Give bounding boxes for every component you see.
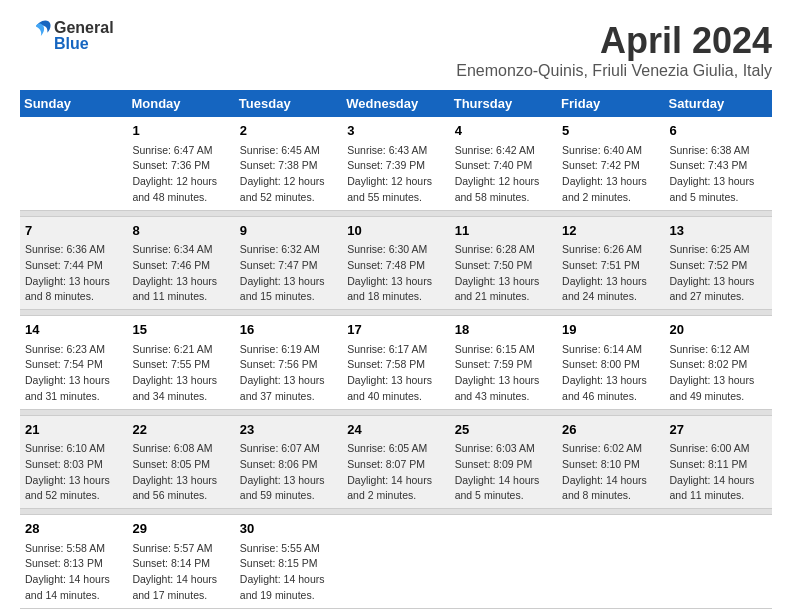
cell-info: Sunrise: 6:25 AMSunset: 7:52 PMDaylight:…: [670, 242, 767, 305]
day-number: 22: [132, 420, 229, 440]
calendar-cell: 9Sunrise: 6:32 AMSunset: 7:47 PMDaylight…: [235, 216, 342, 310]
cell-info: Sunrise: 6:12 AMSunset: 8:02 PMDaylight:…: [670, 342, 767, 405]
calendar-cell: 1Sunrise: 6:47 AMSunset: 7:36 PMDaylight…: [127, 117, 234, 210]
page-header: General Blue April 2024 Enemonzo-Quinis,…: [20, 20, 772, 80]
cell-info: Sunrise: 6:28 AMSunset: 7:50 PMDaylight:…: [455, 242, 552, 305]
cell-info: Sunrise: 6:38 AMSunset: 7:43 PMDaylight:…: [670, 143, 767, 206]
col-header-monday: Monday: [127, 90, 234, 117]
cell-info: Sunrise: 6:21 AMSunset: 7:55 PMDaylight:…: [132, 342, 229, 405]
calendar-cell: 12Sunrise: 6:26 AMSunset: 7:51 PMDayligh…: [557, 216, 664, 310]
calendar-cell: [665, 515, 772, 609]
cell-info: Sunrise: 5:57 AMSunset: 8:14 PMDaylight:…: [132, 541, 229, 604]
day-number: 7: [25, 221, 122, 241]
cell-info: Sunrise: 6:47 AMSunset: 7:36 PMDaylight:…: [132, 143, 229, 206]
calendar-cell: 30Sunrise: 5:55 AMSunset: 8:15 PMDayligh…: [235, 515, 342, 609]
cell-info: Sunrise: 5:55 AMSunset: 8:15 PMDaylight:…: [240, 541, 337, 604]
day-number: 12: [562, 221, 659, 241]
calendar-cell: 18Sunrise: 6:15 AMSunset: 7:59 PMDayligh…: [450, 316, 557, 410]
calendar-cell: 13Sunrise: 6:25 AMSunset: 7:52 PMDayligh…: [665, 216, 772, 310]
cell-info: Sunrise: 5:58 AMSunset: 8:13 PMDaylight:…: [25, 541, 122, 604]
calendar-cell: 19Sunrise: 6:14 AMSunset: 8:00 PMDayligh…: [557, 316, 664, 410]
calendar-cell: 26Sunrise: 6:02 AMSunset: 8:10 PMDayligh…: [557, 415, 664, 509]
calendar-cell: 25Sunrise: 6:03 AMSunset: 8:09 PMDayligh…: [450, 415, 557, 509]
calendar-cell: 22Sunrise: 6:08 AMSunset: 8:05 PMDayligh…: [127, 415, 234, 509]
calendar-cell: 2Sunrise: 6:45 AMSunset: 7:38 PMDaylight…: [235, 117, 342, 210]
calendar-cell: 4Sunrise: 6:42 AMSunset: 7:40 PMDaylight…: [450, 117, 557, 210]
cell-info: Sunrise: 6:03 AMSunset: 8:09 PMDaylight:…: [455, 441, 552, 504]
day-number: 23: [240, 420, 337, 440]
cell-info: Sunrise: 6:32 AMSunset: 7:47 PMDaylight:…: [240, 242, 337, 305]
day-number: 18: [455, 320, 552, 340]
cell-info: Sunrise: 6:40 AMSunset: 7:42 PMDaylight:…: [562, 143, 659, 206]
calendar-cell: 8Sunrise: 6:34 AMSunset: 7:46 PMDaylight…: [127, 216, 234, 310]
calendar-cell: 10Sunrise: 6:30 AMSunset: 7:48 PMDayligh…: [342, 216, 449, 310]
calendar-cell: [342, 515, 449, 609]
day-number: 21: [25, 420, 122, 440]
day-number: 30: [240, 519, 337, 539]
calendar-cell: 23Sunrise: 6:07 AMSunset: 8:06 PMDayligh…: [235, 415, 342, 509]
cell-info: Sunrise: 6:08 AMSunset: 8:05 PMDaylight:…: [132, 441, 229, 504]
day-number: 9: [240, 221, 337, 241]
cell-info: Sunrise: 6:45 AMSunset: 7:38 PMDaylight:…: [240, 143, 337, 206]
day-number: 19: [562, 320, 659, 340]
calendar-cell: 14Sunrise: 6:23 AMSunset: 7:54 PMDayligh…: [20, 316, 127, 410]
cell-info: Sunrise: 6:34 AMSunset: 7:46 PMDaylight:…: [132, 242, 229, 305]
logo-icon: [20, 20, 52, 52]
title-block: April 2024 Enemonzo-Quinis, Friuli Venez…: [456, 20, 772, 80]
day-number: 17: [347, 320, 444, 340]
day-number: 25: [455, 420, 552, 440]
cell-info: Sunrise: 6:00 AMSunset: 8:11 PMDaylight:…: [670, 441, 767, 504]
calendar-cell: 27Sunrise: 6:00 AMSunset: 8:11 PMDayligh…: [665, 415, 772, 509]
day-number: 14: [25, 320, 122, 340]
day-number: 29: [132, 519, 229, 539]
cell-info: Sunrise: 6:42 AMSunset: 7:40 PMDaylight:…: [455, 143, 552, 206]
cell-info: Sunrise: 6:23 AMSunset: 7:54 PMDaylight:…: [25, 342, 122, 405]
col-header-thursday: Thursday: [450, 90, 557, 117]
day-number: 6: [670, 121, 767, 141]
cell-info: Sunrise: 6:17 AMSunset: 7:58 PMDaylight:…: [347, 342, 444, 405]
calendar-cell: 7Sunrise: 6:36 AMSunset: 7:44 PMDaylight…: [20, 216, 127, 310]
day-number: 10: [347, 221, 444, 241]
day-number: 4: [455, 121, 552, 141]
cell-info: Sunrise: 6:07 AMSunset: 8:06 PMDaylight:…: [240, 441, 337, 504]
col-header-saturday: Saturday: [665, 90, 772, 117]
cell-info: Sunrise: 6:19 AMSunset: 7:56 PMDaylight:…: [240, 342, 337, 405]
day-number: 26: [562, 420, 659, 440]
cell-info: Sunrise: 6:05 AMSunset: 8:07 PMDaylight:…: [347, 441, 444, 504]
day-number: 15: [132, 320, 229, 340]
day-number: 2: [240, 121, 337, 141]
location-title: Enemonzo-Quinis, Friuli Venezia Giulia, …: [456, 62, 772, 80]
calendar-table: SundayMondayTuesdayWednesdayThursdayFrid…: [20, 90, 772, 609]
calendar-cell: 21Sunrise: 6:10 AMSunset: 8:03 PMDayligh…: [20, 415, 127, 509]
week-row-1: 1Sunrise: 6:47 AMSunset: 7:36 PMDaylight…: [20, 117, 772, 210]
cell-info: Sunrise: 6:43 AMSunset: 7:39 PMDaylight:…: [347, 143, 444, 206]
day-number: 11: [455, 221, 552, 241]
cell-info: Sunrise: 6:14 AMSunset: 8:00 PMDaylight:…: [562, 342, 659, 405]
calendar-cell: 3Sunrise: 6:43 AMSunset: 7:39 PMDaylight…: [342, 117, 449, 210]
day-number: 28: [25, 519, 122, 539]
cell-info: Sunrise: 6:30 AMSunset: 7:48 PMDaylight:…: [347, 242, 444, 305]
logo-text: General Blue: [54, 20, 114, 52]
week-row-4: 21Sunrise: 6:10 AMSunset: 8:03 PMDayligh…: [20, 415, 772, 509]
week-row-2: 7Sunrise: 6:36 AMSunset: 7:44 PMDaylight…: [20, 216, 772, 310]
calendar-cell: [450, 515, 557, 609]
day-number: 24: [347, 420, 444, 440]
calendar-cell: 17Sunrise: 6:17 AMSunset: 7:58 PMDayligh…: [342, 316, 449, 410]
col-header-sunday: Sunday: [20, 90, 127, 117]
cell-info: Sunrise: 6:15 AMSunset: 7:59 PMDaylight:…: [455, 342, 552, 405]
week-row-5: 28Sunrise: 5:58 AMSunset: 8:13 PMDayligh…: [20, 515, 772, 609]
cell-info: Sunrise: 6:36 AMSunset: 7:44 PMDaylight:…: [25, 242, 122, 305]
logo-blue-text: Blue: [54, 36, 114, 52]
day-number: 16: [240, 320, 337, 340]
day-number: 3: [347, 121, 444, 141]
week-row-3: 14Sunrise: 6:23 AMSunset: 7:54 PMDayligh…: [20, 316, 772, 410]
col-header-tuesday: Tuesday: [235, 90, 342, 117]
calendar-cell: 24Sunrise: 6:05 AMSunset: 8:07 PMDayligh…: [342, 415, 449, 509]
day-number: 27: [670, 420, 767, 440]
cell-info: Sunrise: 6:26 AMSunset: 7:51 PMDaylight:…: [562, 242, 659, 305]
calendar-cell: 15Sunrise: 6:21 AMSunset: 7:55 PMDayligh…: [127, 316, 234, 410]
month-title: April 2024: [456, 20, 772, 62]
cell-info: Sunrise: 6:02 AMSunset: 8:10 PMDaylight:…: [562, 441, 659, 504]
calendar-cell: 16Sunrise: 6:19 AMSunset: 7:56 PMDayligh…: [235, 316, 342, 410]
day-number: 5: [562, 121, 659, 141]
